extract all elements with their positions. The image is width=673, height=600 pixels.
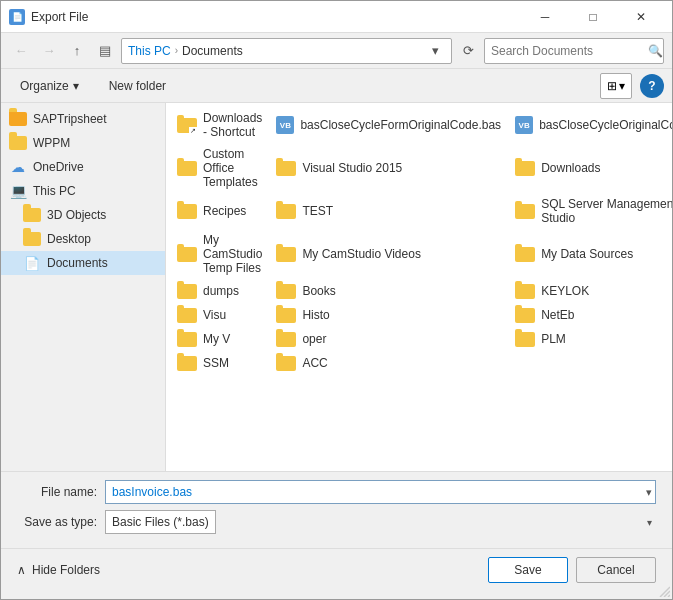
- file-name: Recipes: [203, 204, 246, 218]
- file-name: SSM: [203, 356, 229, 370]
- file-item-histo[interactable]: Histo: [269, 303, 508, 327]
- organize-label: Organize: [20, 79, 69, 93]
- file-item-downloads-shortcut[interactable]: ↗ Downloads - Shortcut: [170, 107, 269, 143]
- breadcrumb-bar[interactable]: This PC › Documents ▾: [121, 38, 452, 64]
- resize-handle[interactable]: [656, 583, 670, 597]
- file-item-custom-office-templates[interactable]: Custom Office Templates: [170, 143, 269, 193]
- folder-icon: [9, 112, 27, 126]
- file-name: oper: [302, 332, 326, 346]
- sidebar-item-thispc[interactable]: 💻 This PC: [1, 179, 165, 203]
- file-name: Custom Office Templates: [203, 147, 262, 189]
- sidebar-item-wppm[interactable]: WPPM: [1, 131, 165, 155]
- resize-icon: [656, 583, 670, 597]
- file-item-downloads[interactable]: Downloads: [508, 143, 672, 193]
- file-item-ssm[interactable]: SSM: [170, 351, 269, 375]
- file-item-basclosecycleoriginalcode[interactable]: VB basCloseCycleOriginalCode.bas: [508, 107, 672, 143]
- file-item-my-camstudio-videos[interactable]: My CamStudio Videos: [269, 229, 508, 279]
- sidebar-label-onedrive: OneDrive: [33, 160, 84, 174]
- folder-icon: [177, 332, 197, 347]
- file-item-myv[interactable]: My V: [170, 327, 269, 351]
- sidebar-item-desktop[interactable]: Desktop: [1, 227, 165, 251]
- file-area[interactable]: ↗ Downloads - Shortcut VB basCloseCycleF…: [166, 103, 672, 471]
- file-item-sql-server-management-studio[interactable]: SQL Server Management Studio: [508, 193, 672, 229]
- file-name: Books: [302, 284, 335, 298]
- sidebar-item-saptripsheet[interactable]: SAPTripsheet: [1, 107, 165, 131]
- folder-icon: [177, 204, 197, 219]
- file-item-test[interactable]: TEST: [269, 193, 508, 229]
- doc-icon: 📄: [24, 256, 40, 271]
- file-name: My Data Sources: [541, 247, 633, 261]
- savetype-row: Save as type: Basic Files (*.bas) ▾: [17, 510, 656, 534]
- breadcrumb-dropdown-button[interactable]: ▾: [425, 39, 445, 63]
- file-name: basCloseCycleOriginalCode.bas: [539, 118, 672, 132]
- hide-folders-button[interactable]: ∧ Hide Folders: [17, 563, 100, 577]
- folder-icon: [9, 136, 27, 150]
- file-item-neteb[interactable]: NetEb: [508, 303, 672, 327]
- file-item-plm[interactable]: PLM: [508, 327, 672, 351]
- search-button[interactable]: 🔍: [647, 38, 663, 64]
- search-input[interactable]: [485, 44, 647, 58]
- breadcrumb-thispc[interactable]: This PC: [128, 44, 171, 58]
- select-arrow-icon: ▾: [647, 517, 652, 528]
- back-button[interactable]: ←: [9, 39, 33, 63]
- file-name: PLM: [541, 332, 566, 346]
- file-item-visu[interactable]: Visu: [170, 303, 269, 327]
- folder-icon: [276, 284, 296, 299]
- filename-row: File name: ▾: [17, 480, 656, 504]
- sidebar-item-onedrive[interactable]: ☁ OneDrive: [1, 155, 165, 179]
- forward-button[interactable]: →: [37, 39, 61, 63]
- file-name: Histo: [302, 308, 329, 322]
- file-item-my-data-sources[interactable]: My Data Sources: [508, 229, 672, 279]
- sidebar-item-documents[interactable]: 📄 Documents: [1, 251, 165, 275]
- nav-bar: ← → ↑ ▤ This PC › Documents ▾ ⟳ 🔍: [1, 33, 672, 69]
- filename-input[interactable]: [105, 480, 656, 504]
- refresh-button[interactable]: ⟳: [456, 39, 480, 63]
- sidebar-item-3dobjects[interactable]: 3D Objects: [1, 203, 165, 227]
- cloud-icon: ☁: [11, 159, 25, 175]
- save-button[interactable]: Save: [488, 557, 568, 583]
- view-button[interactable]: ⊞ ▾: [600, 73, 632, 99]
- file-item-oper[interactable]: oper: [269, 327, 508, 351]
- minimize-button[interactable]: ─: [522, 1, 568, 33]
- view-arrow: ▾: [619, 79, 625, 93]
- hide-folders-label: Hide Folders: [32, 563, 100, 577]
- savetype-wrapper: Basic Files (*.bas) ▾: [105, 510, 656, 534]
- folder-icon: [515, 284, 535, 299]
- folder-icon: [177, 161, 197, 176]
- pc-icon: 💻: [10, 183, 27, 199]
- file-item-acc[interactable]: ACC: [269, 351, 508, 375]
- sidebar-label-3dobjects: 3D Objects: [47, 208, 106, 222]
- maximize-button[interactable]: □: [570, 1, 616, 33]
- file-item-recipes[interactable]: Recipes: [170, 193, 269, 229]
- file-name: SQL Server Management Studio: [541, 197, 672, 225]
- file-item-books[interactable]: Books: [269, 279, 508, 303]
- file-item-my-camstudio-temp-files[interactable]: My CamStudio Temp Files: [170, 229, 269, 279]
- breadcrumb-documents[interactable]: Documents: [182, 44, 243, 58]
- file-item-visual-studio-2015[interactable]: Visual Studio 2015: [269, 143, 508, 193]
- toolbar: Organize ▾ New folder ⊞ ▾ ?: [1, 69, 672, 103]
- search-box[interactable]: 🔍: [484, 38, 664, 64]
- file-item-basclosecycleformoriginalcode[interactable]: VB basCloseCycleFormOriginalCode.bas: [269, 107, 508, 143]
- sidebar-label-thispc: This PC: [33, 184, 76, 198]
- close-button[interactable]: ✕: [618, 1, 664, 33]
- file-name: My CamStudio Temp Files: [203, 233, 262, 275]
- folder-icon: [276, 247, 296, 262]
- help-button[interactable]: ?: [640, 74, 664, 98]
- organize-button[interactable]: Organize ▾: [9, 74, 90, 98]
- form-area: File name: ▾ Save as type: Basic Files (…: [1, 471, 672, 548]
- dialog-icon: 📄: [9, 9, 25, 25]
- new-folder-button[interactable]: New folder: [98, 74, 177, 98]
- savetype-select[interactable]: Basic Files (*.bas): [105, 510, 216, 534]
- filename-label: File name:: [17, 485, 97, 499]
- folder-icon: [23, 232, 41, 246]
- folder-icon: [276, 204, 296, 219]
- file-item-keylok[interactable]: KEYLOK: [508, 279, 672, 303]
- up-button[interactable]: ↑: [65, 39, 89, 63]
- folder-icon: [177, 284, 197, 299]
- folder-icon: [276, 356, 296, 371]
- cancel-button[interactable]: Cancel: [576, 557, 656, 583]
- folder-icon: [276, 308, 296, 323]
- file-name: My CamStudio Videos: [302, 247, 421, 261]
- location-icon-button[interactable]: ▤: [93, 39, 117, 63]
- file-item-dumps[interactable]: dumps: [170, 279, 269, 303]
